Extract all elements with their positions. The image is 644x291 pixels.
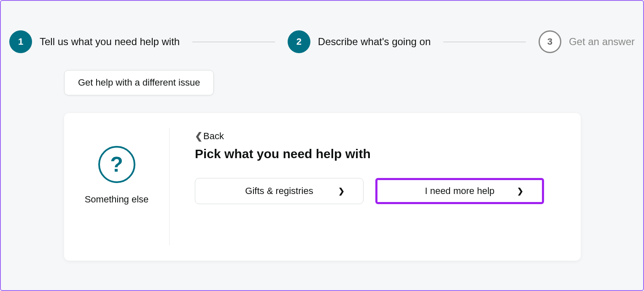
step-2-badge: 2 xyxy=(288,30,310,53)
back-link[interactable]: ❮ Back xyxy=(195,131,224,142)
help-card: ? Something else ❮ Back Pick what you ne… xyxy=(64,113,581,261)
step-3: 3 Get an answer xyxy=(539,30,635,53)
back-label: Back xyxy=(203,131,224,142)
step-3-label: Get an answer xyxy=(569,36,635,48)
option-label: Gifts & registries xyxy=(245,186,313,197)
options-row: Gifts & registries ❯ I need more help ❯ xyxy=(195,178,555,204)
option-gifts-registries[interactable]: Gifts & registries ❯ xyxy=(195,178,364,204)
step-2: 2 Describe what's going on xyxy=(288,30,431,53)
step-1-label: Tell us what you need help with xyxy=(40,36,180,48)
step-2-label: Describe what's going on xyxy=(318,36,431,48)
progress-stepper: 1 Tell us what you need help with 2 Desc… xyxy=(1,1,643,70)
step-connector xyxy=(443,42,526,42)
topic-label: Something else xyxy=(85,194,149,205)
topic-sidebar: ? Something else xyxy=(64,128,170,245)
question-mark-icon: ? xyxy=(98,146,135,183)
chevron-right-icon: ❯ xyxy=(517,186,523,196)
option-label: I need more help xyxy=(425,186,494,197)
step-3-badge: 3 xyxy=(539,30,561,53)
chevron-left-icon: ❮ xyxy=(195,131,202,142)
step-connector xyxy=(192,42,275,42)
card-title: Pick what you need help with xyxy=(195,147,555,161)
step-1: 1 Tell us what you need help with xyxy=(9,30,180,53)
option-need-more-help[interactable]: I need more help ❯ xyxy=(375,178,544,204)
step-1-badge: 1 xyxy=(9,30,32,53)
chevron-right-icon: ❯ xyxy=(338,186,345,196)
different-issue-button[interactable]: Get help with a different issue xyxy=(64,70,214,95)
